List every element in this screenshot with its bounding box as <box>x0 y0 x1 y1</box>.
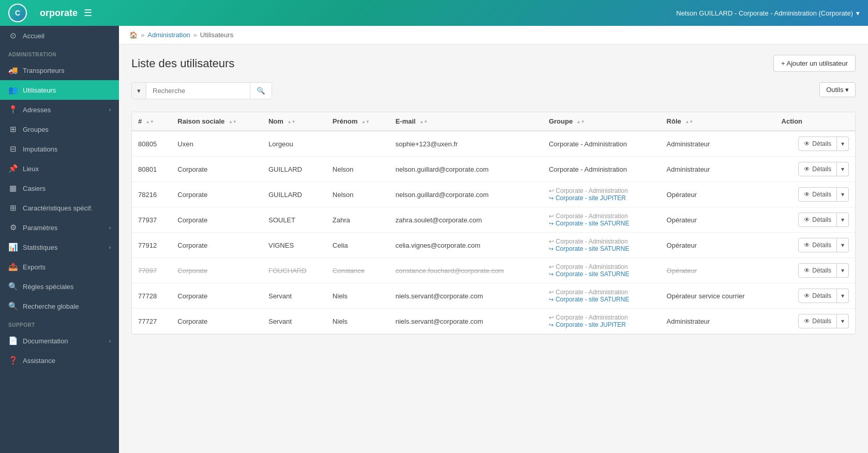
table-header: # ▲▼ Raison sociale ▲▼ Nom ▲▼ Prénom ▲▼ … <box>132 112 855 131</box>
sidebar-item-recherche[interactable]: 🔍Recherche globale <box>0 296 119 316</box>
breadcrumb: 🏠 » Administration » Utilisateurs <box>119 26 868 44</box>
sidebar-item-transporteurs[interactable]: 🚚Transporteurs <box>0 61 119 80</box>
sidebar-icon-transporteurs: 🚚 <box>8 66 18 75</box>
sidebar-item-documentation[interactable]: 📄Documentation› <box>0 331 119 351</box>
cell-prenom: Constance <box>326 258 390 283</box>
cell-prenom: Celia <box>326 233 390 258</box>
group-parent: ↩ Corporate - Administration <box>549 263 654 270</box>
search-input[interactable] <box>146 83 250 99</box>
cell-groupe: Corporate - Administration <box>543 157 661 182</box>
cell-prenom: Nelson <box>326 157 390 182</box>
tools-button[interactable]: Outils ▾ <box>819 82 856 97</box>
eye-icon: 👁 <box>804 318 810 325</box>
eye-icon: 👁 <box>804 216 810 223</box>
col-role: Rôle ▲▼ <box>661 112 775 131</box>
cell-action: 👁 Détails ▾ <box>775 182 855 207</box>
cell-id: 77912 <box>132 233 171 258</box>
eye-icon: 👁 <box>804 241 810 249</box>
group-link[interactable]: ↪ Corporate - site SATURNE <box>549 270 654 278</box>
cell-id: 78216 <box>132 182 171 207</box>
sidebar-label-casiers: Casiers <box>23 185 46 192</box>
group-link[interactable]: ↪ Corporate - site JUPITER <box>549 194 654 202</box>
sidebar-item-caracteristiques[interactable]: ⊞Caractéristiques spécif. <box>0 198 119 218</box>
sidebar-item-casiers[interactable]: ▦Casiers <box>0 178 119 198</box>
eye-icon: 👁 <box>804 267 810 274</box>
cell-prenom: Zahra <box>326 207 390 233</box>
action-group: 👁 Détails ▾ <box>782 238 849 252</box>
details-dropdown-button[interactable]: ▾ <box>837 238 849 252</box>
details-dropdown-button[interactable]: ▾ <box>837 289 849 303</box>
logo-area: C Corporate ☰ <box>8 4 92 22</box>
user-info[interactable]: Nelson GUILLARD - Corporate - Administra… <box>676 9 860 17</box>
logo-icon: C <box>8 4 27 22</box>
details-dropdown-button[interactable]: ▾ <box>837 314 849 328</box>
breadcrumb-administration[interactable]: Administration <box>147 31 190 39</box>
add-user-button[interactable]: + Ajouter un utilisateur <box>773 55 856 72</box>
col-prenom: Prénom ▲▼ <box>326 112 390 131</box>
details-dropdown-button[interactable]: ▾ <box>837 187 849 202</box>
sidebar-section-label: ADMINISTRATION <box>0 46 119 61</box>
sidebar-icon-lieux: 📌 <box>8 164 18 173</box>
user-dropdown-caret[interactable]: ▾ <box>856 9 860 17</box>
details-button[interactable]: 👁 Détails <box>798 314 837 328</box>
details-button[interactable]: 👁 Détails <box>798 162 837 176</box>
group-link[interactable]: ↪ Corporate - site SATURNE <box>549 220 654 227</box>
search-bar: ▾ 🔍 <box>131 82 272 99</box>
details-button[interactable]: 👁 Détails <box>798 187 837 202</box>
sidebar-icon-adresses: 📍 <box>8 105 18 114</box>
sidebar-item-accueil[interactable]: ⊙Accueil <box>0 26 119 46</box>
sidebar-item-assistance[interactable]: ❓Assistance <box>0 351 119 370</box>
details-button[interactable]: 👁 Détails <box>798 238 837 252</box>
cell-prenom: Nelson <box>326 182 390 207</box>
col-raison: Raison sociale ▲▼ <box>171 112 262 131</box>
cell-raison: Corporate <box>171 182 262 207</box>
table-row: 77728 Corporate Servant Niels niels.serv… <box>132 283 855 309</box>
eye-icon: 👁 <box>804 292 810 299</box>
search-submit-button[interactable]: 🔍 <box>250 83 272 99</box>
details-dropdown-button[interactable]: ▾ <box>837 263 849 278</box>
group-link[interactable]: ↪ Corporate - site SATURNE <box>549 296 654 303</box>
cell-prenom: Niels <box>326 283 390 309</box>
details-button[interactable]: 👁 Détails <box>798 289 837 303</box>
cell-id: 80805 <box>132 131 171 157</box>
action-group: 👁 Détails ▾ <box>782 289 849 303</box>
col-action: Action <box>775 112 855 131</box>
cell-prenom: Niels <box>326 309 390 334</box>
sidebar-section-label: SUPPORT <box>0 316 119 331</box>
sidebar-label-parametres: Paramètres <box>23 224 57 232</box>
sidebar-icon-exports: 📤 <box>8 262 18 271</box>
group-link[interactable]: ↪ Corporate - site SATURNE <box>549 245 654 252</box>
table-row: 80801 Corporate GUILLARD Nelson nelson.g… <box>132 157 855 182</box>
user-info-text: Nelson GUILLARD - Corporate - Administra… <box>676 9 853 17</box>
table-body: 80805 Uxen Lorgeou sophie+123@uxen.fr Co… <box>132 131 855 334</box>
sidebar-item-parametres[interactable]: ⚙Paramètres› <box>0 218 119 237</box>
details-button[interactable]: 👁 Détails <box>798 137 837 151</box>
details-dropdown-button[interactable]: ▾ <box>837 137 849 151</box>
table-row: 77897 Corporate FOUCHARD Constance const… <box>132 258 855 283</box>
details-button[interactable]: 👁 Détails <box>798 213 837 227</box>
details-dropdown-button[interactable]: ▾ <box>837 213 849 227</box>
sidebar-item-lieux[interactable]: 📌Lieux <box>0 159 119 178</box>
cell-role: Administrateur <box>661 309 775 334</box>
sidebar-item-regles[interactable]: 🔍Règles spéciales <box>0 277 119 296</box>
eye-icon: 👁 <box>804 191 810 198</box>
cell-email: celia.vignes@corporate.com <box>389 233 543 258</box>
sidebar-item-imputations[interactable]: ⊟Imputations <box>0 139 119 159</box>
sidebar-item-exports[interactable]: 📤Exports <box>0 257 119 277</box>
search-toggle-button[interactable]: ▾ <box>132 83 146 99</box>
cell-role: Opérateur <box>661 258 775 283</box>
breadcrumb-home-icon[interactable]: 🏠 <box>129 31 138 39</box>
sidebar-item-statistiques[interactable]: 📊Statistiques› <box>0 237 119 257</box>
menu-toggle-icon[interactable]: ☰ <box>84 7 92 19</box>
page-header: Liste des utilisateurs + Ajouter un util… <box>131 55 856 72</box>
sidebar-item-adresses[interactable]: 📍Adresses› <box>0 100 119 119</box>
group-name: Corporate - Administration <box>549 165 627 173</box>
group-link[interactable]: ↪ Corporate - site JUPITER <box>549 321 654 328</box>
top-navigation: C Corporate ☰ Nelson GUILLARD - Corporat… <box>0 0 868 26</box>
sidebar-item-groupes[interactable]: ⊞Groupes <box>0 119 119 139</box>
col-email: E-mail ▲▼ <box>389 112 543 131</box>
sidebar-item-utilisateurs[interactable]: 👥Utilisateurs <box>0 80 119 100</box>
tools-bar: Outils ▾ <box>819 82 856 97</box>
details-dropdown-button[interactable]: ▾ <box>837 162 849 176</box>
details-button[interactable]: 👁 Détails <box>798 263 837 278</box>
